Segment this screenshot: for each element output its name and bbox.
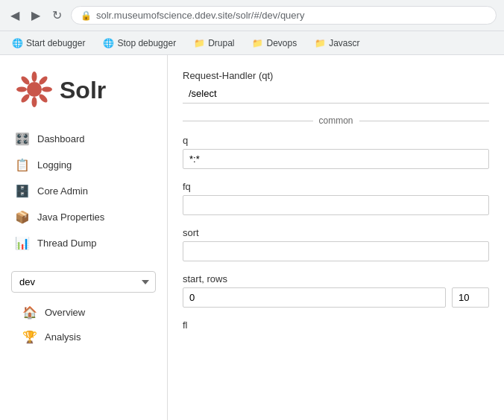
bookmark-stop-debugger[interactable]: 🌐 Stop debugger [98, 36, 180, 50]
sidebar: Solr 🎛️ Dashboard 📋 Logging 🗄️ Core Admi… [0, 55, 168, 420]
bookmark-label-2: Stop debugger [117, 38, 176, 48]
start-rows-inputs [183, 287, 489, 308]
dashboard-icon: 🎛️ [15, 132, 30, 146]
sidebar-item-label-logging: Logging [37, 159, 72, 171]
back-button[interactable]: ◀ [7, 7, 22, 24]
url-path: /solr/#/dev/query [233, 10, 304, 21]
sidebar-logo: Solr [0, 55, 167, 118]
bookmark-folder-icon-3: 📁 [315, 38, 326, 48]
browser-bar: ◀ ▶ ↻ 🔒 solr.museumofscience.ddev.site/s… [0, 0, 504, 31]
sidebar-nav: 🎛️ Dashboard 📋 Logging 🗄️ Core Admin 📦 J… [0, 126, 167, 256]
start-rows-label: start, rows [183, 273, 489, 284]
sidebar-item-dashboard[interactable]: 🎛️ Dashboard [0, 126, 167, 152]
core-admin-icon: 🗄️ [15, 184, 30, 198]
start-rows-group: start, rows [183, 273, 489, 308]
solr-logo-icon [15, 70, 54, 111]
bookmark-label-5: Javascr [329, 38, 359, 48]
fq-field-group: fq [183, 181, 489, 215]
bookmark-icon-2: 🌐 [103, 38, 114, 48]
sidebar-item-analysis[interactable]: 🏆 Analysis [0, 325, 167, 349]
sidebar-item-overview[interactable]: 🏠 Overview [0, 300, 167, 325]
core-selector[interactable]: dev prod staging [11, 271, 156, 293]
bookmark-icon: 🌐 [12, 38, 23, 48]
bookmark-folder-icon-2: 📁 [252, 38, 263, 48]
bookmark-devops[interactable]: 📁 Devops [248, 36, 301, 50]
forward-button[interactable]: ▶ [28, 7, 43, 24]
thread-dump-icon: 📊 [15, 236, 30, 250]
sidebar-item-java-properties[interactable]: 📦 Java Properties [0, 204, 167, 230]
analysis-icon: 🏆 [22, 330, 37, 344]
sidebar-item-label-dashboard: Dashboard [37, 133, 85, 144]
bookmarks-bar: 🌐 Start debugger 🌐 Stop debugger 📁 Drupa… [0, 31, 504, 55]
common-label: common [319, 115, 353, 126]
lock-icon: 🔒 [81, 10, 92, 21]
bookmark-drupal[interactable]: 📁 Drupal [189, 36, 239, 50]
svg-point-5 [32, 97, 37, 107]
q-field-group: q [183, 135, 489, 169]
svg-point-3 [42, 87, 52, 92]
svg-point-7 [16, 87, 27, 92]
request-handler-label: Request-Handler (qt) [183, 70, 489, 81]
bookmark-javascr[interactable]: 📁 Javascr [310, 36, 364, 50]
fq-input[interactable] [183, 195, 489, 215]
url-domain: solr.museumofscience.ddev.site [96, 10, 233, 21]
solr-logo-text: Solr [60, 77, 106, 104]
sort-input[interactable] [183, 241, 489, 261]
bookmark-start-debugger[interactable]: 🌐 Start debugger [7, 36, 89, 50]
bookmark-label: Start debugger [26, 38, 85, 48]
fl-label: fl [183, 319, 489, 331]
q-input[interactable] [183, 149, 489, 169]
sidebar-item-label-analysis: Analysis [45, 331, 81, 343]
url-bar[interactable]: 🔒 solr.museumofscience.ddev.site/solr/#/… [71, 6, 497, 25]
request-handler-group: Request-Handler (qt) [183, 70, 489, 104]
sidebar-item-thread-dump[interactable]: 📊 Thread Dump [0, 230, 167, 256]
sidebar-item-core-admin[interactable]: 🗄️ Core Admin [0, 178, 167, 204]
bookmark-label-3: Drupal [208, 38, 234, 48]
bookmark-folder-icon: 📁 [194, 38, 205, 48]
app-container: Solr 🎛️ Dashboard 📋 Logging 🗄️ Core Admi… [0, 55, 504, 420]
rows-input[interactable] [452, 287, 489, 308]
common-section-divider: common [183, 115, 489, 126]
bookmark-label-4: Devops [266, 38, 297, 48]
url-text: solr.museumofscience.ddev.site/solr/#/de… [96, 10, 304, 21]
request-handler-input[interactable] [183, 84, 489, 104]
sidebar-item-logging[interactable]: 📋 Logging [0, 152, 167, 178]
core-selector-container: dev prod staging [0, 264, 167, 300]
svg-point-0 [27, 82, 42, 97]
main-panel: Request-Handler (qt) common q fq sort st… [168, 55, 504, 420]
sort-field-group: sort [183, 227, 489, 261]
sort-label: sort [183, 227, 489, 238]
fl-field-group: fl [183, 319, 489, 331]
java-properties-icon: 📦 [15, 210, 30, 224]
overview-icon: 🏠 [22, 305, 37, 319]
fq-label: fq [183, 181, 489, 192]
sidebar-item-label-overview: Overview [45, 307, 85, 318]
sidebar-sub-nav: 🏠 Overview 🏆 Analysis [0, 300, 167, 349]
sidebar-item-label-java: Java Properties [37, 211, 104, 223]
q-label: q [183, 135, 489, 146]
reload-button[interactable]: ↻ [49, 7, 65, 24]
sidebar-item-label-thread: Thread Dump [37, 238, 96, 249]
sidebar-item-label-core-admin: Core Admin [37, 185, 88, 197]
logging-icon: 📋 [15, 158, 30, 172]
start-input[interactable] [183, 287, 446, 308]
svg-point-1 [32, 71, 37, 82]
